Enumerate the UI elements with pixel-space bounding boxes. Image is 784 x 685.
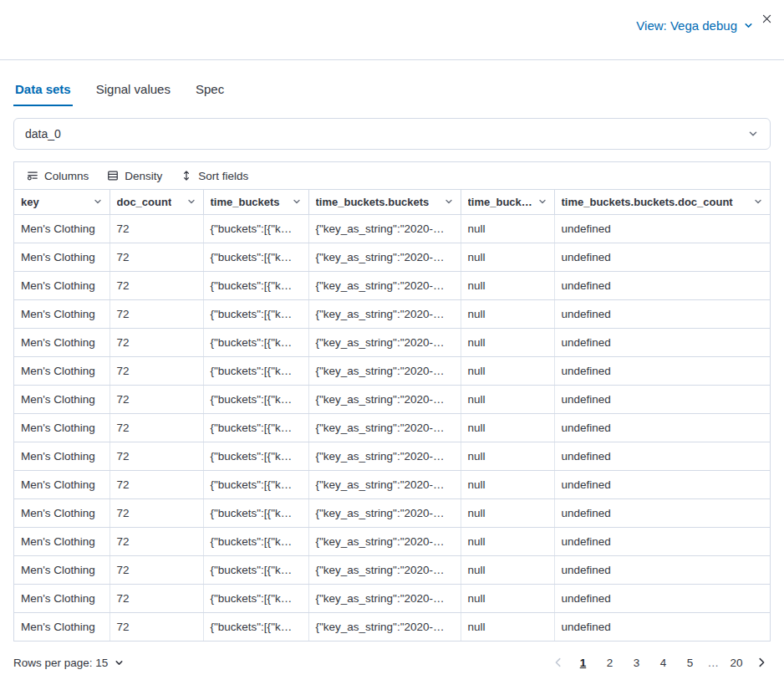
- table-cell[interactable]: Men's Clothing: [14, 498, 109, 527]
- table-cell[interactable]: {"key_as_string":"2020-…: [308, 243, 461, 271]
- table-cell[interactable]: {"key_as_string":"2020-…: [308, 271, 461, 299]
- table-cell[interactable]: null: [461, 243, 554, 271]
- table-cell[interactable]: undefined: [554, 385, 770, 413]
- column-header-time-buckets-buckets-doc-count[interactable]: time_buckets.buckets.doc_count: [554, 190, 770, 214]
- table-cell[interactable]: Men's Clothing: [14, 555, 109, 584]
- column-header-doc-count[interactable]: doc_count: [109, 190, 203, 214]
- table-cell[interactable]: {"key_as_string":"2020-…: [308, 299, 461, 328]
- table-cell[interactable]: 72: [109, 584, 203, 612]
- table-cell[interactable]: {"key_as_string":"2020-…: [308, 612, 461, 641]
- table-cell[interactable]: undefined: [554, 555, 770, 584]
- table-cell[interactable]: undefined: [554, 498, 770, 527]
- table-cell[interactable]: 72: [109, 328, 203, 356]
- table-cell[interactable]: {"buckets":[{"k…: [203, 385, 308, 413]
- page-button-3[interactable]: 3: [626, 652, 648, 673]
- table-cell[interactable]: {"key_as_string":"2020-…: [308, 498, 461, 527]
- table-cell[interactable]: {"buckets":[{"k…: [203, 612, 308, 641]
- table-cell[interactable]: {"buckets":[{"k…: [203, 271, 308, 299]
- page-button-20[interactable]: 20: [725, 652, 747, 673]
- table-cell[interactable]: 72: [109, 413, 203, 442]
- table-cell[interactable]: undefined: [554, 299, 770, 328]
- view-switch-button[interactable]: View: Vega debug: [636, 18, 754, 33]
- table-cell[interactable]: null: [461, 385, 554, 413]
- column-header-key[interactable]: key: [14, 190, 109, 214]
- table-cell[interactable]: undefined: [554, 328, 770, 356]
- table-cell[interactable]: null: [461, 470, 554, 498]
- table-cell[interactable]: null: [461, 299, 554, 328]
- table-cell[interactable]: 72: [109, 243, 203, 271]
- density-button[interactable]: Density: [99, 166, 170, 186]
- table-cell[interactable]: Men's Clothing: [14, 612, 109, 641]
- table-cell[interactable]: Men's Clothing: [14, 328, 109, 356]
- dataset-select[interactable]: data_0: [13, 118, 771, 150]
- table-cell[interactable]: undefined: [554, 243, 770, 271]
- table-cell[interactable]: null: [461, 527, 554, 555]
- table-cell[interactable]: null: [461, 271, 554, 299]
- table-cell[interactable]: Men's Clothing: [14, 527, 109, 555]
- table-cell[interactable]: {"key_as_string":"2020-…: [308, 555, 461, 584]
- table-cell[interactable]: {"buckets":[{"k…: [203, 470, 308, 498]
- table-cell[interactable]: 72: [109, 470, 203, 498]
- table-cell[interactable]: null: [461, 413, 554, 442]
- table-cell[interactable]: 72: [109, 271, 203, 299]
- table-cell[interactable]: Men's Clothing: [14, 413, 109, 442]
- table-cell[interactable]: 72: [109, 356, 203, 385]
- table-cell[interactable]: 72: [109, 214, 203, 243]
- table-cell[interactable]: {"key_as_string":"2020-…: [308, 328, 461, 356]
- page-button-2[interactable]: 2: [599, 652, 621, 673]
- tab-signal-values[interactable]: Signal values: [94, 79, 172, 106]
- page-button-4[interactable]: 4: [653, 652, 675, 673]
- table-cell[interactable]: Men's Clothing: [14, 214, 109, 243]
- table-cell[interactable]: {"key_as_string":"2020-…: [308, 385, 461, 413]
- table-cell[interactable]: {"key_as_string":"2020-…: [308, 584, 461, 612]
- table-cell[interactable]: 72: [109, 612, 203, 641]
- table-cell[interactable]: {"key_as_string":"2020-…: [308, 527, 461, 555]
- table-cell[interactable]: {"buckets":[{"k…: [203, 299, 308, 328]
- table-cell[interactable]: 72: [109, 442, 203, 470]
- close-button[interactable]: [758, 10, 776, 28]
- tab-spec[interactable]: Spec: [194, 79, 226, 106]
- table-cell[interactable]: {"key_as_string":"2020-…: [308, 356, 461, 385]
- table-cell[interactable]: {"buckets":[{"k…: [203, 243, 308, 271]
- table-cell[interactable]: Men's Clothing: [14, 584, 109, 612]
- table-cell[interactable]: {"buckets":[{"k…: [203, 356, 308, 385]
- table-cell[interactable]: undefined: [554, 584, 770, 612]
- previous-page-button[interactable]: [549, 653, 568, 672]
- table-cell[interactable]: undefined: [554, 271, 770, 299]
- table-cell[interactable]: {"buckets":[{"k…: [203, 584, 308, 612]
- table-cell[interactable]: {"buckets":[{"k…: [203, 413, 308, 442]
- table-cell[interactable]: 72: [109, 385, 203, 413]
- table-cell[interactable]: Men's Clothing: [14, 470, 109, 498]
- column-header-time-buck-truncated[interactable]: time_buck…: [461, 190, 554, 214]
- table-cell[interactable]: {"key_as_string":"2020-…: [308, 214, 461, 243]
- table-cell[interactable]: null: [461, 584, 554, 612]
- sort-fields-button[interactable]: Sort fields: [173, 166, 256, 186]
- table-cell[interactable]: null: [461, 612, 554, 641]
- table-cell[interactable]: Men's Clothing: [14, 385, 109, 413]
- table-cell[interactable]: 72: [109, 299, 203, 328]
- column-header-time-buckets[interactable]: time_buckets: [203, 190, 308, 214]
- table-cell[interactable]: null: [461, 442, 554, 470]
- next-page-button[interactable]: [752, 653, 771, 672]
- table-cell[interactable]: {"key_as_string":"2020-…: [308, 442, 461, 470]
- column-header-time-buckets-buckets[interactable]: time_buckets.buckets: [308, 190, 461, 214]
- table-cell[interactable]: {"buckets":[{"k…: [203, 555, 308, 584]
- table-cell[interactable]: Men's Clothing: [14, 243, 109, 271]
- page-button-1[interactable]: 1: [573, 652, 594, 673]
- columns-button[interactable]: Columns: [19, 166, 96, 186]
- page-button-5[interactable]: 5: [680, 652, 701, 673]
- table-cell[interactable]: {"key_as_string":"2020-…: [308, 413, 461, 442]
- table-cell[interactable]: {"buckets":[{"k…: [203, 328, 308, 356]
- table-cell[interactable]: null: [461, 214, 554, 243]
- table-cell[interactable]: Men's Clothing: [14, 271, 109, 299]
- table-cell[interactable]: Men's Clothing: [14, 442, 109, 470]
- table-cell[interactable]: {"key_as_string":"2020-…: [308, 470, 461, 498]
- table-cell[interactable]: undefined: [554, 214, 770, 243]
- rows-per-page-button[interactable]: Rows per page: 15: [13, 657, 125, 669]
- table-cell[interactable]: Men's Clothing: [14, 356, 109, 385]
- table-cell[interactable]: {"buckets":[{"k…: [203, 442, 308, 470]
- table-cell[interactable]: null: [461, 356, 554, 385]
- table-cell[interactable]: Men's Clothing: [14, 299, 109, 328]
- table-cell[interactable]: null: [461, 498, 554, 527]
- table-cell[interactable]: null: [461, 328, 554, 356]
